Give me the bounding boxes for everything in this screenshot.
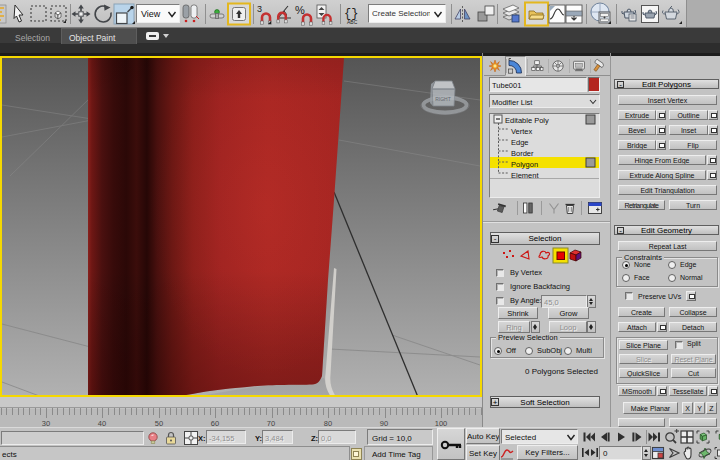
svg-text:%: % (295, 4, 305, 16)
svg-text:3: 3 (257, 4, 262, 14)
svg-text:ABC: ABC (347, 19, 358, 25)
svg-text:70: 70 (267, 419, 275, 427)
svg-text:30: 30 (42, 419, 50, 427)
svg-text:90: 90 (380, 419, 388, 427)
svg-text:40: 40 (98, 419, 106, 427)
svg-text:50: 50 (155, 419, 163, 427)
svg-text:RIGHT: RIGHT (435, 96, 451, 102)
svg-text:80: 80 (324, 419, 332, 427)
svg-text:60: 60 (211, 419, 219, 427)
svg-text:100: 100 (435, 419, 448, 427)
